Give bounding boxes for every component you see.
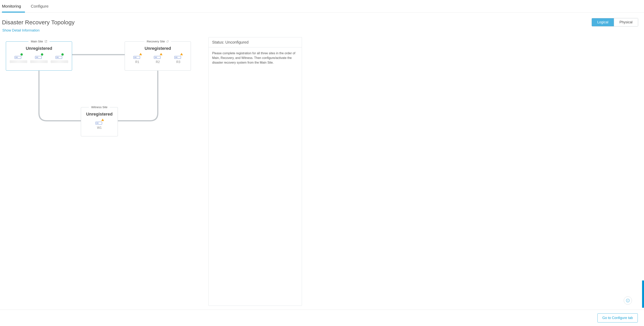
recovery-node-3: R3 xyxy=(169,54,188,64)
recovery-node-2-label: R2 xyxy=(156,60,160,64)
top-tabs: Monitoring Configure xyxy=(0,0,644,13)
recovery-node-3-label: R3 xyxy=(176,60,180,64)
tab-configure[interactable]: Configure xyxy=(31,0,52,12)
witness-site-box[interactable]: Witness Site Unregistered W1 xyxy=(81,107,118,136)
main-node-3 xyxy=(50,54,69,63)
status-value: Unconfigured xyxy=(226,40,248,44)
main-node-1 xyxy=(9,54,28,63)
recovery-site-box[interactable]: Recovery Site Unregistered R1 R2 xyxy=(125,41,191,71)
main-site-status: Unregistered xyxy=(9,46,69,51)
status-green-icon xyxy=(20,53,23,56)
witness-node-1-label: W1 xyxy=(97,126,102,130)
recovery-node-1-label: R1 xyxy=(135,60,139,64)
status-panel: Status: Unconfigured Please complete reg… xyxy=(208,37,302,306)
main-site-title: Main Site xyxy=(28,40,50,43)
server-icon xyxy=(96,122,102,125)
recovery-node-2: R2 xyxy=(148,54,167,64)
content-area: Disaster Recovery Topology Logical Physi… xyxy=(0,13,644,310)
info-button[interactable] xyxy=(624,297,632,305)
recovery-site-title: Recovery Site xyxy=(144,40,171,43)
server-icon xyxy=(154,56,160,59)
status-warning-icon xyxy=(101,119,104,121)
status-green-icon xyxy=(61,53,64,56)
view-toggle: Logical Physical xyxy=(592,18,638,26)
info-icon xyxy=(626,299,630,303)
status-panel-message: Please complete registration for all thr… xyxy=(209,47,302,68)
bottom-bar: Go to Configure tab xyxy=(0,310,644,326)
witness-site-title-label: Witness Site xyxy=(91,105,107,109)
server-icon xyxy=(134,56,140,59)
recovery-site-title-label: Recovery Site xyxy=(147,40,165,43)
refresh-icon[interactable] xyxy=(166,40,169,43)
main-node-2-label xyxy=(30,60,48,63)
status-prefix: Status: xyxy=(212,40,226,44)
server-icon xyxy=(174,56,181,59)
witness-site-status: Unregistered xyxy=(84,112,114,117)
status-warning-icon xyxy=(139,53,142,55)
topology-canvas: Main Site Unregistered xyxy=(2,37,201,146)
status-warning-icon xyxy=(160,53,162,55)
status-panel-header: Status: Unconfigured xyxy=(209,37,302,47)
status-green-icon xyxy=(41,53,43,56)
main-site-box[interactable]: Main Site Unregistered xyxy=(6,41,72,71)
status-warning-icon xyxy=(180,53,183,55)
main-node-3-label xyxy=(51,60,68,63)
server-icon xyxy=(56,56,62,59)
side-marker[interactable] xyxy=(642,281,644,308)
view-toggle-logical[interactable]: Logical xyxy=(592,18,614,26)
witness-node-1: W1 xyxy=(89,119,110,130)
main-site-title-label: Main Site xyxy=(31,40,43,43)
tab-monitoring[interactable]: Monitoring xyxy=(2,0,25,12)
recovery-site-status: Unregistered xyxy=(128,46,188,51)
server-icon xyxy=(35,56,42,59)
external-link-icon[interactable] xyxy=(44,40,47,43)
go-to-configure-button[interactable]: Go to Configure tab xyxy=(598,313,638,323)
server-icon xyxy=(14,56,21,59)
main-node-1-label xyxy=(10,60,27,63)
witness-site-title: Witness Site xyxy=(89,105,110,109)
view-toggle-physical[interactable]: Physical xyxy=(614,18,638,26)
page-title: Disaster Recovery Topology xyxy=(2,19,74,26)
main-node-2 xyxy=(30,54,48,63)
show-detail-link[interactable]: Show Detail Information xyxy=(2,28,638,32)
recovery-node-1: R1 xyxy=(128,54,146,64)
